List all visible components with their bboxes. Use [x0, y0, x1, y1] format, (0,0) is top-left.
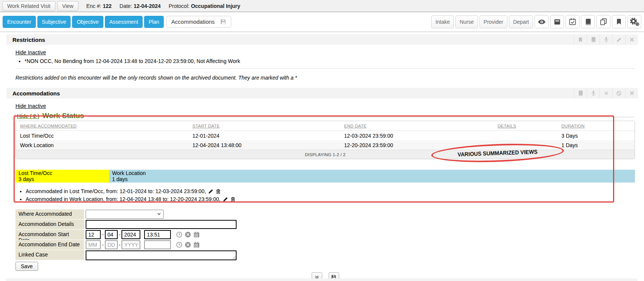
cell-duration: 3 Days — [561, 133, 630, 139]
col-duration[interactable]: DURATION — [561, 124, 630, 128]
end-time-input[interactable] — [144, 240, 171, 249]
accommodations-header-icons — [574, 88, 638, 98]
date-separator: - — [119, 232, 121, 238]
delete-trash-icon[interactable] — [230, 197, 236, 202]
tab-assessment[interactable]: Assessment — [105, 16, 143, 28]
cell-duration: 1 Days — [561, 142, 630, 148]
end-month-input[interactable] — [86, 240, 101, 249]
close-icon[interactable] — [625, 88, 638, 98]
accommodations-table: WHERE ACCOMMODATED START DATE END DATE D… — [15, 121, 635, 159]
tab-subjective[interactable]: Subjective — [37, 16, 71, 28]
linked-case-input[interactable] — [86, 250, 237, 260]
book-icon[interactable] — [587, 34, 599, 45]
restrictions-hide-inactive-link[interactable]: Hide Inactive — [15, 49, 46, 55]
legend-tick — [15, 114, 16, 118]
protocol: Protocol:Occupational Injury — [169, 3, 240, 9]
accommodations-hide-inactive-link[interactable]: Hide Inactive — [15, 103, 46, 109]
work-status-title: Work Status — [42, 112, 84, 120]
tab-accommodations-active[interactable]: Accommodations — [166, 16, 231, 28]
microphone-icon[interactable] — [599, 34, 612, 45]
end-year-input[interactable] — [121, 240, 140, 249]
nurse-button[interactable]: Nurse — [455, 15, 478, 28]
where-accommodated-label: Where Accommodated — [15, 209, 84, 219]
summary-title: Lost Time/Occ — [18, 170, 109, 176]
history-item: Accommodated in Work Location, from: 12-… — [26, 196, 635, 203]
table-header-row: WHERE ACCOMMODATED START DATE END DATE D… — [16, 121, 635, 131]
table-row[interactable]: Lost Time/Occ 12-01-2024 12-03-2024 23:5… — [16, 131, 635, 140]
accommodation-history-list: Accommodated in Lost Time/Occ, from: 12-… — [15, 188, 635, 203]
calendar-check-icon[interactable] — [566, 15, 579, 28]
nav-right-group: Intake Nurse Provider Depart — [431, 15, 641, 28]
pencil-icon[interactable] — [612, 34, 625, 45]
col-start-date[interactable]: START DATE — [192, 124, 344, 128]
accommodation-start-date-label: Accommodation Start Date — [15, 230, 84, 240]
accommodation-form: Where Accommodated Accommodation Details… — [15, 209, 635, 261]
clear-date-icon[interactable] — [184, 241, 191, 248]
edit-pencil-icon[interactable] — [208, 189, 214, 194]
active-tab-label: Accommodations — [171, 18, 215, 25]
where-accommodated-select[interactable] — [86, 210, 164, 219]
calendar-icon[interactable] — [193, 231, 200, 238]
top-bar: Work Related Visit View Enc #:122 Date:1… — [0, 0, 644, 12]
bookmark-icon[interactable] — [574, 34, 587, 45]
cell-where: Lost Time/Occ — [20, 133, 192, 139]
start-time-input[interactable] — [144, 230, 171, 239]
archive-box-icon[interactable] — [550, 15, 564, 28]
restrictions-header-icons — [574, 34, 638, 45]
history-text: Accommodated in Work Location, from: 12-… — [26, 196, 221, 202]
clock-icon[interactable] — [176, 231, 183, 238]
save-button[interactable]: Save — [15, 262, 38, 271]
provider-button[interactable]: Provider — [480, 15, 507, 28]
view-button[interactable]: View — [57, 1, 78, 11]
edit-pencil-icon[interactable] — [223, 197, 228, 202]
tab-objective[interactable]: Objective — [72, 16, 103, 28]
col-end-date[interactable]: END DATE — [344, 124, 498, 128]
next-section-edge — [6, 278, 638, 281]
disable-icon[interactable] — [612, 88, 625, 98]
cell-where: Work Location — [20, 142, 192, 148]
microphone-icon[interactable] — [587, 88, 599, 98]
intake-button[interactable]: Intake — [431, 15, 454, 28]
hide-count-link[interactable]: Hide ( 2 ) — [17, 113, 39, 119]
restrictions-title: Restrictions — [12, 37, 45, 43]
summary-days: 1 days — [112, 176, 635, 182]
gears-icon[interactable] — [627, 15, 641, 28]
work-status-legend: Hide ( 2 ) Work Status — [15, 112, 635, 120]
date-separator: - — [119, 242, 121, 248]
accommodation-end-date-label: Accommodation End Date — [15, 240, 84, 250]
summary-lost-time: Lost Time/Occ 3 days — [15, 170, 109, 183]
delete-trash-icon[interactable] — [215, 189, 221, 194]
clear-date-icon[interactable] — [184, 231, 191, 238]
save-tab-icon[interactable] — [220, 18, 226, 25]
cell-end: 12-03-2024 23:59:00 — [344, 133, 498, 139]
cell-end: 12-20-2024 23:59:00 — [344, 142, 498, 148]
calendar-icon[interactable] — [193, 241, 200, 248]
work-related-visit-button[interactable]: Work Related Visit — [2, 1, 55, 11]
close-icon[interactable] — [625, 34, 638, 45]
collapse-chevrons-icon[interactable] — [599, 88, 612, 98]
depart-button[interactable]: Depart — [509, 15, 533, 28]
divider — [15, 68, 635, 69]
table-pagination: DISPLAYING 1-2 / 2 — [16, 150, 635, 159]
history-item: Accommodated in Lost Time/Occ, from: 12-… — [26, 188, 635, 195]
accommodations-header: Accommodations — [6, 88, 638, 98]
copy-icon[interactable] — [596, 15, 610, 28]
accommodation-details-input[interactable] — [86, 220, 237, 229]
start-month-input[interactable] — [86, 230, 101, 239]
tab-plan[interactable]: Plan — [144, 16, 164, 28]
cell-start: 12-01-2024 — [192, 133, 344, 139]
cell-start: 12-04-2024 13:48:00 — [192, 142, 344, 148]
tab-encounter[interactable]: Encounter — [3, 16, 36, 28]
start-day-input[interactable] — [105, 230, 118, 239]
col-details[interactable]: DETAILS — [498, 124, 561, 128]
start-year-input[interactable] — [121, 230, 140, 239]
bookmark-icon[interactable] — [612, 15, 626, 28]
col-where-accommodated[interactable]: WHERE ACCOMMODATED — [20, 124, 192, 128]
book-icon[interactable] — [574, 88, 587, 98]
end-day-input[interactable] — [105, 240, 118, 249]
clock-icon[interactable] — [176, 241, 183, 248]
date-separator: - — [102, 242, 104, 248]
eye-icon[interactable] — [535, 15, 549, 28]
table-row[interactable]: Work Location 12-04-2024 13:48:00 12-20-… — [16, 140, 635, 150]
book-icon[interactable] — [581, 15, 595, 28]
